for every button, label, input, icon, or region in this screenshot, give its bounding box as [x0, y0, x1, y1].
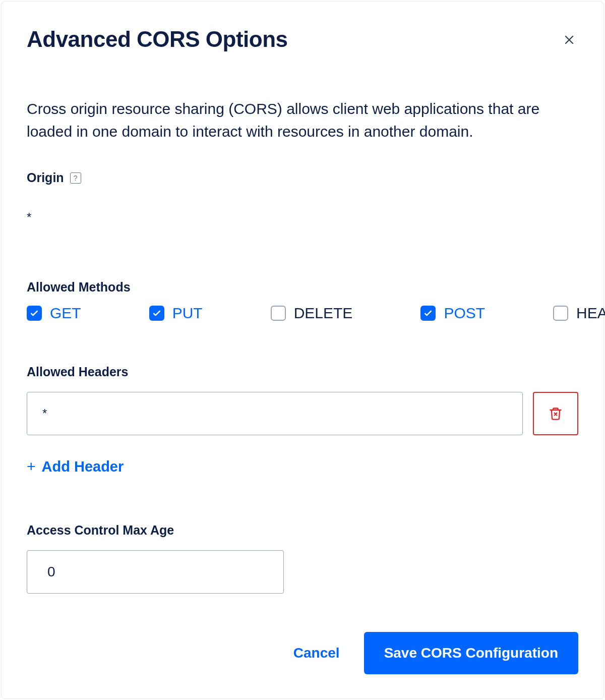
method-checkbox-put[interactable]: PUT	[149, 305, 203, 322]
allowed-methods-section: Allowed Methods GETPUTDELETEPOSTHEAD	[27, 280, 578, 322]
help-icon[interactable]: ?	[70, 172, 81, 184]
trash-icon	[549, 406, 563, 421]
allowed-header-input[interactable]	[27, 392, 523, 435]
cors-options-modal: Advanced CORS Options Cross origin resou…	[1, 1, 604, 699]
add-header-label: Add Header	[42, 458, 124, 475]
allowed-headers-section: Allowed Headers + Add Header	[27, 365, 578, 475]
checkbox-icon	[420, 306, 436, 321]
modal-footer: Cancel Save CORS Configuration	[284, 632, 578, 674]
modal-description: Cross origin resource sharing (CORS) all…	[27, 97, 578, 143]
origin-value: *	[27, 210, 578, 224]
header-input-row	[27, 392, 578, 435]
max-age-section: Access Control Max Age	[27, 523, 578, 594]
allowed-headers-label: Allowed Headers	[27, 365, 578, 379]
checkbox-icon	[553, 306, 568, 321]
checkbox-icon	[27, 306, 42, 321]
method-label: GET	[50, 305, 81, 322]
modal-title: Advanced CORS Options	[27, 27, 288, 52]
close-button[interactable]	[560, 31, 578, 51]
plus-icon: +	[27, 458, 36, 475]
close-icon	[562, 33, 576, 47]
method-label: PUT	[172, 305, 203, 322]
checkbox-icon	[149, 306, 164, 321]
method-checkbox-post[interactable]: POST	[420, 305, 485, 322]
method-label: HEAD	[576, 305, 605, 322]
origin-section: Origin ? *	[27, 170, 578, 224]
origin-label-row: Origin ?	[27, 170, 578, 185]
cancel-button[interactable]: Cancel	[284, 633, 349, 673]
method-checkbox-get[interactable]: GET	[27, 305, 81, 322]
origin-label: Origin	[27, 170, 64, 185]
max-age-label: Access Control Max Age	[27, 523, 578, 538]
modal-header: Advanced CORS Options	[27, 27, 578, 52]
methods-row: GETPUTDELETEPOSTHEAD	[27, 305, 578, 322]
delete-header-button[interactable]	[533, 392, 578, 435]
save-button[interactable]: Save CORS Configuration	[364, 632, 578, 674]
method-label: POST	[444, 305, 485, 322]
allowed-methods-label: Allowed Methods	[27, 280, 578, 295]
add-header-button[interactable]: + Add Header	[27, 458, 578, 475]
checkbox-icon	[271, 306, 286, 321]
method-checkbox-delete[interactable]: DELETE	[271, 305, 353, 322]
max-age-input[interactable]	[27, 550, 284, 594]
method-checkbox-head[interactable]: HEAD	[553, 305, 605, 322]
method-label: DELETE	[294, 305, 353, 322]
